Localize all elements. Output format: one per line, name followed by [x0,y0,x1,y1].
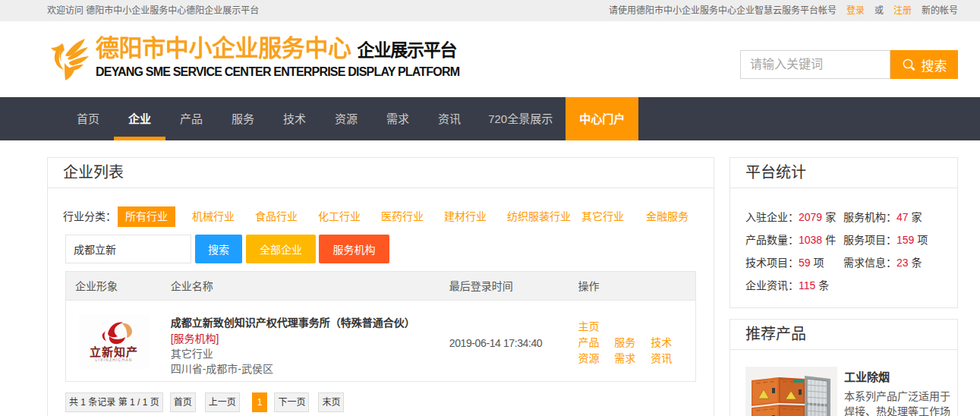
site-brand: 德阳市中小企业服务中心企业展示平台 DEYANG SME SERVICE CEN… [96,35,459,79]
all-enterprises-button[interactable]: 全部企业 [246,235,316,263]
enterprise-list-panel: 企业列表 行业分类：所有行业机械行业食品行业化工行业医药行业建材行业纺织服装行业… [47,157,714,416]
header-search: 搜索 [740,50,958,79]
welcome-text: 欢迎访问 德阳市中小企业服务中心德阳企业展示平台 [47,3,259,16]
list-panel-title: 企业列表 [48,158,714,188]
category-building-material[interactable]: 建材行业 [444,210,487,222]
site-title-en: DEYANG SME SERVICE CENTER ENTERPRISE DIS… [96,65,459,79]
col-header-image: 企业形象 [66,272,162,300]
row-actions: 主页 产品 服务 技术 资源 需求 资讯 [569,301,695,381]
company-search-input[interactable] [65,235,191,263]
register-link[interactable]: 注册 [893,3,912,16]
site-title-suffix: 企业展示平台 [358,40,457,60]
stat-row: 企业资讯：115条 [745,274,957,297]
stat-service-items: 服务项目：159项 [843,228,928,251]
table-row: 立新知产 LIXINZHICHAN 成都立新致创知识产权代理事务所（特殊普通合伙… [66,301,695,381]
category-chemical[interactable]: 化工行业 [318,210,361,222]
table-header: 企业形象 企业名称 最后登录时间 操作 [66,272,695,301]
action-technology[interactable]: 技术 [651,336,672,348]
company-industry: 其它行业 [171,346,433,361]
nav-item-service[interactable]: 服务 [217,97,269,140]
category-finance[interactable]: 金融服务 [646,210,689,222]
col-header-actions: 操作 [569,272,695,300]
nav-item-resource[interactable]: 资源 [320,97,372,140]
or-text: 或 [874,3,884,16]
pagination-next[interactable]: 下一页 [274,392,309,412]
new-account-text: 新的帐号 [922,3,958,16]
company-name[interactable]: 成都立新致创知识产权代理事务所（特殊普通合伙） [171,314,433,331]
nav-item-home[interactable]: 首页 [62,97,114,140]
stat-row: 入驻企业：2079家 服务机构：47家 [745,206,957,228]
main-content: 企业列表 行业分类：所有行业机械行业食品行业化工行业医药行业建材行业纺织服装行业… [47,157,958,416]
nav-item-enterprise[interactable]: 企业 [114,97,165,140]
stat-service-orgs: 服务机构：47家 [843,206,922,228]
action-products[interactable]: 产品 [578,336,599,348]
action-news[interactable]: 资讯 [651,352,672,364]
platform-stats-panel: 平台统计 入驻企业：2079家 服务机构：47家 产品数量：1038件 服务项目… [729,157,958,308]
svg-text:LIXINZHICHAN: LIXINZHICHAN [95,358,132,362]
action-services[interactable]: 服务 [614,336,635,348]
stat-tech-projects: 技术项目：59项 [745,251,843,274]
stat-row: 产品数量：1038件 服务项目：159项 [745,228,957,251]
enterprise-table: 企业形象 企业名称 最后登录时间 操作 立新知产 LIXINZHICHAN [65,271,696,382]
keyword-input[interactable] [740,50,890,79]
stats-title: 平台统计 [730,158,957,188]
action-resources[interactable]: 资源 [578,352,599,364]
site-logo-phoenix-icon [49,38,90,80]
account-hint: 请使用德阳市中小企业服务中心企业智慧云服务平台帐号 [609,3,837,16]
main-nav: 首页 企业 产品 服务 技术 资源 需求 资讯 720全景展示 中心门户 [0,97,980,140]
svg-text:立新知产: 立新知产 [90,345,138,358]
site-title-cn: 德阳市中小企业服务中心 [96,35,351,61]
list-search-row: 搜索 全部企业 服务机构 [65,235,698,263]
category-medicine[interactable]: 医药行业 [381,210,424,222]
topbar: 欢迎访问 德阳市中小企业服务中心德阳企业展示平台 请使用德阳市中小企业服务中心企… [0,0,980,21]
product-name[interactable]: 工业除烟 [844,368,955,384]
product-description: 本系列产品广泛适用于焊接、热处理等工作场 [844,389,955,416]
nav-item-demand[interactable]: 需求 [372,97,424,140]
industry-filter-label: 行业分类： [63,210,116,222]
active-underline [114,137,165,140]
action-demands[interactable]: 需求 [614,352,635,364]
stat-row: 技术项目：59项 需求信息：23条 [745,251,957,274]
search-icon [902,58,916,72]
pagination-first[interactable]: 首页 [170,392,196,412]
nav-item-center-portal[interactable]: 中心门户 [566,97,638,140]
product-item[interactable]: 工业除烟 本系列产品广泛适用于焊接、热处理等工作场 [730,350,957,416]
stat-enterprises: 入驻企业：2079家 [745,206,843,228]
sidebar: 平台统计 入驻企业：2079家 服务机构：47家 产品数量：1038件 服务项目… [729,157,958,416]
stat-demand-info: 需求信息：23条 [843,251,922,274]
account-area: 请使用德阳市中小企业服务中心企业智慧云服务平台帐号 登录 或 注册 新的帐号 [609,3,958,16]
category-all-industries[interactable]: 所有行业 [118,206,175,227]
company-tag: [服务机构] [171,331,433,346]
last-login-time: 2019-06-14 17:34:40 [440,301,569,381]
stat-products: 产品数量：1038件 [745,228,843,251]
category-machinery[interactable]: 机械行业 [192,210,235,222]
login-link[interactable]: 登录 [846,3,865,16]
list-search-button[interactable]: 搜索 [195,235,242,263]
category-food[interactable]: 食品行业 [255,210,298,222]
industry-filter-row: 行业分类：所有行业机械行业食品行业化工行业医药行业建材行业纺织服装行业其它行业金… [63,206,700,227]
action-homepage[interactable]: 主页 [578,320,599,332]
header-search-button[interactable]: 搜索 [890,50,958,79]
recommended-products-panel: 推荐产品 [729,319,958,416]
pagination-last[interactable]: 末页 [318,392,344,412]
pagination: 共 1 条记录 第 1 / 1 页 首页 上一页 1 下一页 末页 [65,392,714,412]
nav-item-product[interactable]: 产品 [165,97,217,140]
company-location: 四川省-成都市-武侯区 [171,361,433,377]
products-title: 推荐产品 [730,320,957,350]
product-image [745,367,837,416]
pagination-current[interactable]: 1 [252,392,268,412]
stat-enterprise-news: 企业资讯：115条 [745,274,843,297]
nav-item-technology[interactable]: 技术 [269,97,320,140]
nav-item-720-panorama[interactable]: 720全景展示 [475,97,566,140]
category-other[interactable]: 其它行业 [581,210,624,222]
service-org-button[interactable]: 服务机构 [319,235,389,263]
pagination-prev[interactable]: 上一页 [205,392,240,412]
category-textile[interactable]: 纺织服装行业 [507,210,571,222]
col-header-name: 企业名称 [162,272,440,300]
col-header-last-login: 最后登录时间 [440,272,569,300]
pagination-summary: 共 1 条记录 第 1 / 1 页 [65,392,163,412]
header: 德阳市中小企业服务中心企业展示平台 DEYANG SME SERVICE CEN… [0,21,980,97]
company-logo[interactable]: 立新知产 LIXINZHICHAN [79,314,149,369]
nav-item-news[interactable]: 资讯 [424,97,475,140]
